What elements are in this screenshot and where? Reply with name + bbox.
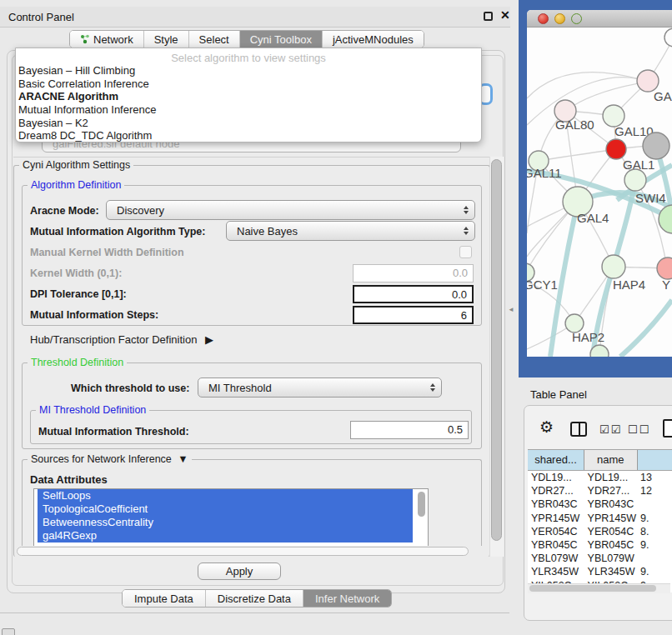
which-threshold-label: Which threshold to use: (71, 382, 189, 394)
settings-hscrollbar-thumb[interactable] (17, 547, 469, 556)
bottom-tab-impute-data[interactable]: Impute Data (123, 590, 206, 607)
manual-kernel-checkbox[interactable] (459, 246, 472, 258)
zoom-traffic-light[interactable] (571, 13, 582, 24)
node-label: HAP2 (572, 330, 604, 344)
network-window[interactable]: GALGAL80GAL10GAL1GAL11SWI4GAL4GCY1HAP4YH… (527, 10, 672, 357)
network-node[interactable] (606, 139, 626, 159)
close-icon[interactable]: ✕ (500, 8, 510, 22)
list-scrollbar-thumb[interactable] (418, 492, 425, 517)
settings-vscrollbar-thumb[interactable] (491, 159, 502, 541)
table-cell (637, 552, 672, 565)
algorithm-option[interactable]: Mutual Information Inference (16, 103, 481, 117)
sources-title: Sources for Network Inference ▼ (28, 453, 192, 465)
network-edge[interactable] (565, 82, 648, 111)
table-cell: YER054C (584, 525, 638, 538)
mi-steps-input[interactable]: 6 (353, 306, 474, 324)
data-attributes-label: Data Attributes (30, 473, 108, 486)
network-window-titlebar[interactable] (527, 10, 672, 28)
column-header[interactable]: name (584, 450, 638, 470)
algorithm-definition-title: Algorithm Definition (28, 179, 124, 191)
algorithm-option[interactable]: Dream8 DC_TDC Algorithm (16, 129, 481, 142)
collapsed-arrow-icon: ▶ (205, 333, 213, 346)
table-row[interactable]: YER054CYER054C8. (528, 525, 672, 538)
aracne-mode-value: Discovery (117, 204, 164, 217)
bottom-left-icon[interactable] (2, 628, 15, 635)
table-row[interactable]: YBL079WYBL079W (528, 552, 672, 565)
select-all-checkboxes-icon[interactable]: ☑☑ (599, 423, 622, 436)
algorithm-dropdown-placeholder: Select algorithm to view settings (16, 48, 481, 64)
table-row[interactable]: YLR345WYLR345W9. (528, 565, 672, 578)
mi-type-label: Mutual Information Algorithm Type: (30, 226, 205, 238)
spinner-arrows-icon (464, 206, 469, 214)
network-node[interactable] (643, 132, 669, 159)
bottom-tab-infer-network[interactable]: Infer Network (303, 590, 391, 607)
tab-select[interactable]: Select (189, 31, 240, 48)
tab-style[interactable]: Style (144, 31, 189, 48)
table-cell: YDR27... (528, 484, 584, 498)
network-node[interactable] (624, 169, 646, 191)
network-canvas[interactable]: GALGAL80GAL10GAL1GAL11SWI4GAL4GCY1HAP4YH… (527, 28, 672, 357)
network-edge[interactable] (620, 300, 672, 357)
data-attribute-item[interactable]: TopologicalCoefficient (38, 502, 413, 516)
algorithm-option[interactable]: Bayesian – K2 (16, 117, 481, 130)
table-hscrollbar-thumb[interactable] (529, 585, 656, 592)
mi-threshold-input[interactable]: 0.5 (350, 421, 469, 439)
hub-definition-toggle[interactable]: Hub/Transcription Factor Definition ▶ (30, 333, 213, 346)
table-cell: YDL19... (528, 471, 584, 484)
spinner-arrows-icon (430, 383, 435, 392)
data-attributes-list[interactable]: SelfLoopsTopologicalCoefficientBetweenne… (33, 488, 429, 547)
network-edge[interactable] (539, 149, 616, 161)
tab-jactivemnodules[interactable]: jActiveMNodules (323, 31, 424, 48)
kernel-width-input[interactable]: 0.0 (353, 264, 474, 282)
data-attribute-item[interactable]: gal4RGexp (38, 529, 413, 542)
algorithm-dropdown-popup: Select algorithm to view settings Bayesi… (15, 48, 482, 142)
tab-label: Network (93, 33, 133, 46)
dpi-tolerance-input[interactable]: 0.0 (353, 285, 474, 303)
table-panel-title: Table Panel (530, 388, 587, 401)
apply-button[interactable]: Apply (198, 562, 281, 580)
mi-type-select[interactable]: Naive Bayes (226, 221, 475, 241)
algorithm-option[interactable]: Basic Correlation Inference (16, 78, 481, 91)
node-label: GAL (654, 89, 672, 103)
separator (13, 157, 492, 158)
node-label: HAP4 (613, 278, 645, 292)
minimize-traffic-light[interactable] (554, 13, 565, 24)
table-body: YDL19...YDL19...13YDR27...YDR27...12YBR0… (528, 471, 672, 600)
deselect-all-checkboxes-icon[interactable]: ☐☐ (628, 423, 650, 436)
data-attribute-item[interactable]: SelfLoops (38, 489, 413, 502)
threshold-definition-title: Threshold Definition (28, 357, 127, 368)
algorithm-option[interactable]: Bayesian – Hill Climbing (16, 64, 481, 78)
table-cell: 9. (637, 565, 672, 578)
aracne-mode-select[interactable]: Discovery (106, 200, 475, 220)
node-label: GAL4 (577, 211, 609, 225)
column-header[interactable] (638, 450, 672, 470)
table-cell: YER054C (528, 525, 584, 538)
expanded-arrow-icon[interactable]: ▼ (178, 453, 188, 465)
tab-network[interactable]: Network (70, 31, 144, 48)
table-row[interactable]: YBR045CYBR045C9. (528, 538, 672, 552)
panel-divider-grip-icon[interactable]: ◄ (508, 306, 514, 313)
table-row[interactable]: YBR043CYBR043C (528, 498, 672, 511)
network-node[interactable] (602, 255, 625, 278)
close-traffic-light[interactable] (538, 13, 549, 24)
network-node[interactable] (657, 258, 672, 279)
float-panel-icon[interactable] (484, 12, 493, 21)
table-cell: YDL19... (584, 471, 638, 484)
table-cell: YBR045C (528, 538, 584, 552)
data-attribute-item[interactable]: BetweennessCentrality (38, 516, 413, 529)
column-header[interactable]: shared... (528, 450, 584, 470)
table-row[interactable]: YDL19...YDL19...13 (528, 471, 672, 484)
algorithm-option[interactable]: ARACNE Algorithm (16, 90, 481, 103)
network-node[interactable] (664, 28, 672, 47)
gear-icon[interactable]: ⚙ (539, 418, 554, 437)
tab-cyni-toolbox[interactable]: Cyni Toolbox (240, 31, 323, 48)
bottom-tab-discretize-data[interactable]: Discretize Data (206, 590, 303, 607)
split-view-icon[interactable] (570, 422, 587, 437)
document-icon[interactable] (663, 419, 672, 438)
network-node[interactable] (659, 205, 672, 233)
table-row[interactable]: YPR145WYPR145W9. (528, 512, 672, 525)
table-cell: YBR045C (584, 538, 638, 552)
which-threshold-select[interactable]: MI Threshold (198, 378, 442, 398)
table-row[interactable]: YDR27...YDR27...12 (528, 484, 672, 498)
which-threshold-value: MI Threshold (208, 382, 272, 394)
